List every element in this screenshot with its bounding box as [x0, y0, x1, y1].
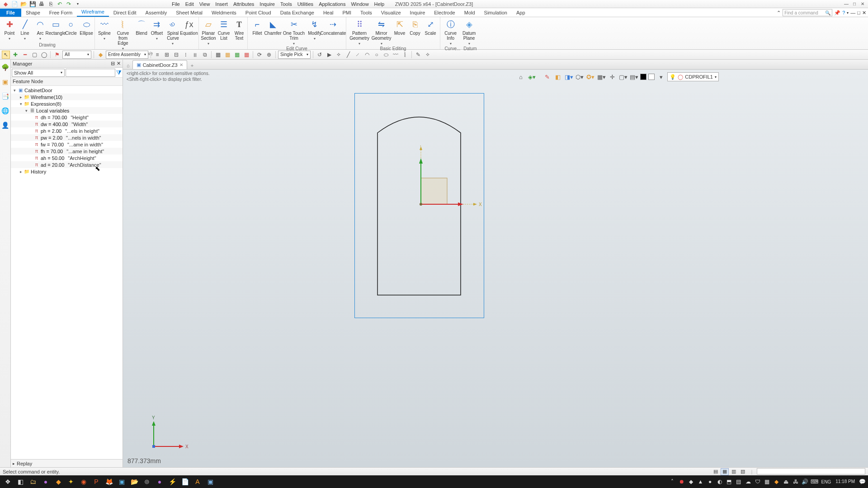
save-icon[interactable]: 💾 — [29, 0, 36, 8]
save-all-icon[interactable]: ⎘ — [47, 0, 54, 8]
max-icon[interactable]: □ — [851, 1, 858, 7]
s8-icon[interactable]: ⬭ — [382, 51, 390, 59]
s12-icon[interactable]: ✧ — [424, 51, 432, 59]
tab-app[interactable]: App — [512, 9, 530, 17]
app11-icon[interactable]: ⚡ — [166, 476, 178, 487]
close-panel-icon[interactable]: ✕ — [117, 61, 121, 66]
s5-icon[interactable]: ⟋ — [354, 51, 362, 59]
tray-5-icon[interactable]: ⬒ — [725, 478, 733, 486]
app7-icon[interactable]: ▣ — [116, 476, 127, 487]
menu-inquire[interactable]: Inquire — [259, 1, 275, 7]
tray-lang[interactable]: ENG — [820, 479, 833, 484]
t7-icon[interactable]: ▦ — [214, 51, 222, 59]
close-icon[interactable]: ✕ — [859, 1, 866, 7]
child-min-icon[interactable]: — — [850, 10, 855, 15]
ellipse-button[interactable]: ⬭Ellipse — [80, 18, 93, 36]
move-button[interactable]: ⇱Move — [393, 18, 406, 36]
menu-view[interactable]: View — [199, 1, 210, 7]
tray-1-icon[interactable]: ◆ — [687, 478, 695, 486]
app10-icon[interactable]: ● — [154, 476, 165, 487]
var-row[interactable]: πdw = 400.00"Width" — [11, 121, 123, 127]
pattern-button[interactable]: ⠿Pattern Geometry▾ — [349, 18, 370, 46]
color-swatch-black[interactable] — [640, 74, 646, 80]
vh-frame-icon[interactable]: ▢▾ — [618, 72, 627, 81]
print-icon[interactable]: 🖶 — [38, 0, 45, 8]
menu-utilities[interactable]: Utilities — [297, 1, 313, 7]
s2-icon[interactable]: ▶ — [325, 51, 333, 59]
datumplane-button[interactable]: ◈Datum Plane▾ — [460, 18, 478, 46]
tab-shape[interactable]: Shape — [21, 9, 45, 17]
vh-pen-icon[interactable]: ✎ — [542, 72, 552, 81]
curvefromedge-button[interactable]: ⦚Curve from Edge▾ — [113, 18, 133, 51]
tray-up-icon[interactable]: ˄ — [668, 478, 676, 486]
circle-button[interactable]: ○Circle — [64, 18, 78, 36]
pin-icon[interactable]: 📌 — [834, 10, 840, 16]
feature-tree[interactable]: ▾▣CabinetDoor ▸📁Wireframe(10) ▾📁Expressi… — [11, 86, 123, 459]
tab-weldments[interactable]: Weldments — [207, 9, 241, 17]
app1-icon[interactable]: ● — [40, 476, 52, 487]
dd-icon[interactable]: ▾ — [74, 0, 81, 8]
offset-button[interactable]: ⇉Offset▾ — [150, 18, 164, 41]
t3-icon[interactable]: ⊟ — [172, 51, 180, 59]
modify-button[interactable]: ↯Modify▾ — [308, 18, 321, 41]
s11-icon[interactable]: ✎ — [414, 51, 422, 59]
tab-heal[interactable]: Heal — [319, 9, 338, 17]
var-row[interactable]: πfw = 70.00"...ame in width" — [11, 141, 123, 148]
s4-icon[interactable]: ╱ — [344, 51, 352, 59]
rail-user-icon[interactable]: 👤 — [1, 121, 9, 129]
vh-axis-icon[interactable]: ✛ — [608, 72, 617, 81]
st2-icon[interactable]: ▦ — [721, 468, 729, 475]
line-button[interactable]: ╱Line▾ — [18, 18, 32, 41]
t2-icon[interactable]: ⊞ — [163, 51, 171, 59]
t10-icon[interactable]: ▦ — [242, 51, 250, 59]
close-tab-icon[interactable]: ✕ — [179, 62, 183, 67]
t12-icon[interactable]: ⊕ — [265, 51, 273, 59]
viewport-3d[interactable]: <right-click> for context-sensitive opti… — [123, 70, 868, 467]
tab-visualize[interactable]: Visualize — [377, 9, 406, 17]
start-icon[interactable]: ❖ — [2, 476, 14, 487]
world-axis-gizmo[interactable]: Y X — [149, 415, 190, 451]
blend-button[interactable]: ⌒Blend — [135, 18, 148, 36]
var-row[interactable]: πph = 2.00"...els in height" — [11, 127, 123, 134]
lasso-icon[interactable]: ◯ — [40, 51, 48, 59]
vh-hex-icon[interactable]: ⬡▾ — [575, 72, 584, 81]
tab-pointcloud[interactable]: Point Cloud — [241, 9, 276, 17]
add-tab-icon[interactable]: + — [188, 62, 196, 69]
app5-icon[interactable]: P — [90, 476, 102, 487]
curveinfo-button[interactable]: ⓘCurve Info▾ — [443, 18, 458, 46]
menu-tools[interactable]: Tools — [280, 1, 292, 7]
scope-icon[interactable]: ◆ — [96, 51, 104, 59]
app9-icon[interactable]: ⊚ — [141, 476, 153, 487]
app12-icon[interactable]: 📄 — [179, 476, 191, 487]
explorer-icon[interactable]: 🗂 — [27, 476, 39, 487]
point-button[interactable]: ✚Point▾ — [3, 18, 16, 41]
open-icon[interactable]: 📂 — [20, 0, 27, 8]
tray-8-icon[interactable]: 🛡 — [754, 478, 762, 486]
scale-button[interactable]: ⤢Scale — [424, 18, 437, 36]
app8-icon[interactable]: 📂 — [128, 476, 140, 487]
chamfer-button[interactable]: ◣Chamfer — [266, 18, 280, 36]
rectangle-button[interactable]: ▭Rectangle — [49, 18, 62, 36]
tab-sheetmetal[interactable]: Sheet Metal — [171, 9, 207, 17]
tab-pmi[interactable]: PMI — [338, 9, 356, 17]
var-row[interactable]: πfh = 70.00"...ame in height" — [11, 148, 123, 155]
replay-bar[interactable]: ▸Replay — [11, 459, 123, 467]
vh-grid-icon[interactable]: ▦▾ — [597, 72, 606, 81]
undo-icon[interactable]: ↶ — [56, 0, 63, 8]
min-icon[interactable]: — — [843, 1, 850, 7]
tab-tools[interactable]: Tools — [356, 9, 377, 17]
status-input[interactable] — [757, 468, 865, 474]
concatenate-button[interactable]: ⇢Concatenate — [323, 18, 343, 36]
app14-icon[interactable]: ▣ — [204, 476, 216, 487]
s6-icon[interactable]: ◠ — [363, 51, 371, 59]
go-back-icon[interactable]: ⌂ — [125, 62, 132, 69]
scope-combo[interactable]: Entire Assembly▾ — [106, 51, 148, 59]
vh-star-icon[interactable]: ✪▾ — [586, 72, 595, 81]
var-row[interactable]: πad = 20.00"ArchDistance" — [11, 161, 123, 168]
tray-9-icon[interactable]: ▦ — [763, 478, 771, 486]
tree-root[interactable]: ▾▣CabinetDoor — [11, 87, 123, 94]
tray-vol-icon[interactable]: 🔊 — [801, 478, 809, 486]
st1-icon[interactable]: ▤ — [712, 468, 720, 475]
t11-icon[interactable]: ⟳ — [255, 51, 264, 59]
t4-icon[interactable]: ⫶ — [182, 51, 190, 59]
